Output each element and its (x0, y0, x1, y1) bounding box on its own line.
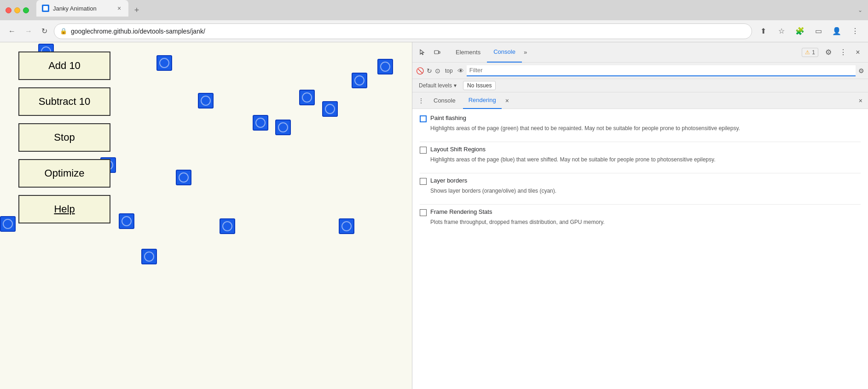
layer-borders-header: Layer borders (420, 177, 861, 185)
tab-favicon (42, 5, 49, 12)
back-button[interactable]: ← (6, 25, 18, 37)
menu-button[interactable]: ⋮ (848, 24, 862, 39)
elements-tab[interactable]: Elements (449, 42, 487, 63)
devtools-tabs: Elements Console » (449, 42, 800, 63)
title-bar: Janky Animation × + ⌄ (0, 0, 868, 20)
nav-actions: ⬆ ☆ 🧩 ▭ 👤 ⋮ (756, 24, 862, 39)
layer-borders-desc: Shows layer borders (orange/olive) and t… (430, 187, 861, 195)
blue-square (220, 218, 235, 234)
warning-badge[interactable]: ⚠ 1 (802, 48, 818, 57)
maximize-button[interactable] (23, 7, 29, 13)
more-tabs-button[interactable]: » (522, 47, 529, 57)
cast-button[interactable]: ▭ (811, 24, 826, 39)
active-tab[interactable]: Janky Animation × (36, 0, 128, 17)
layout-shift-option: Layout Shift Regions Highlights areas of… (420, 146, 861, 164)
share-button[interactable]: ⬆ (756, 24, 770, 39)
blue-square (377, 59, 393, 74)
levels-bar: Default levels ▾ No Issues (412, 79, 868, 92)
cursor-icon (419, 49, 426, 56)
settings-small-icon: ⚙ (858, 67, 864, 74)
frame-rendering-header: Frame Rendering Stats (420, 208, 861, 216)
blue-square (119, 213, 134, 229)
bookmark-button[interactable]: ☆ (774, 24, 789, 39)
layer-borders-option: Layer borders Shows layer borders (orang… (420, 177, 861, 195)
blue-square (275, 120, 291, 135)
subtract10-button[interactable]: Subtract 10 (18, 87, 110, 116)
filter-input[interactable] (467, 65, 856, 76)
tab-bar: Janky Animation × + (36, 4, 854, 17)
forward-button[interactable]: → (22, 25, 35, 37)
svg-rect-0 (434, 51, 439, 54)
console-tab[interactable]: Console (487, 42, 522, 63)
help-button[interactable]: Help (18, 195, 110, 223)
reload-button[interactable]: ↻ (39, 25, 50, 37)
frame-rendering-title: Frame Rendering Stats (430, 208, 492, 215)
console-toolbar: 🚫 ↻ ⊙ top 👁 ⚙ (412, 63, 868, 79)
new-tab-button[interactable]: + (130, 4, 143, 17)
jank-page: Add 10 Subtract 10 Stop Optimize Help (0, 42, 412, 389)
blue-square (156, 55, 172, 71)
close-button[interactable] (6, 7, 12, 13)
inspect-element-button[interactable] (416, 46, 429, 59)
tab-title: Janky Animation (53, 5, 112, 12)
nav-bar: ← → ↻ 🔒 googlechrome.github.io/devtools-… (0, 20, 868, 42)
blue-square (322, 101, 338, 117)
chevron-down-icon: ▾ (454, 82, 457, 89)
address-bar[interactable]: 🔒 googlechrome.github.io/devtools-sample… (54, 23, 752, 39)
paint-flashing-title: Paint flashing (430, 114, 466, 121)
warning-icon: ⚠ (805, 49, 810, 56)
profile-button[interactable]: 👤 (829, 24, 844, 39)
warning-count: 1 (812, 49, 815, 56)
close-drawer-button[interactable]: × (857, 95, 864, 106)
page-buttons: Add 10 Subtract 10 Stop Optimize Help (0, 42, 110, 389)
paint-flashing-desc: Highlights areas of the page (green) tha… (430, 124, 861, 132)
window-menu-button[interactable]: ⌄ (858, 7, 862, 13)
extensions-button[interactable]: 🧩 (793, 24, 807, 39)
rendering-content: Paint flashing Highlights areas of the p… (412, 109, 868, 389)
url-text: googlechrome.github.io/devtools-samples/… (71, 28, 746, 35)
device-icon (434, 49, 441, 56)
ban-icon: 🚫 (416, 67, 424, 74)
main-content: Add 10 Subtract 10 Stop Optimize Help (0, 42, 868, 389)
no-issues-button[interactable]: No Issues (463, 81, 496, 90)
stop-button[interactable]: Stop (18, 123, 110, 152)
console-drawer-tab[interactable]: Console (428, 92, 461, 109)
drawer-tabs: ⋮ Console Rendering × × (412, 92, 868, 109)
blue-square (339, 218, 354, 234)
layout-shift-header: Layout Shift Regions (420, 146, 861, 154)
blue-square (176, 170, 191, 185)
layout-shift-checkbox[interactable] (420, 147, 427, 154)
frame-rendering-checkbox[interactable] (420, 209, 427, 216)
devtools-more-button[interactable]: ⋮ (837, 46, 850, 59)
device-toolbar-button[interactable] (431, 46, 444, 59)
devtools-panel: Elements Console » ⚠ 1 ⚙ ⋮ × 🚫 ↻ ⊙ top 👁 (412, 42, 868, 389)
blue-square (253, 115, 268, 131)
layer-borders-checkbox[interactable] (420, 178, 427, 185)
blue-square (141, 249, 157, 264)
rendering-tab[interactable]: Rendering (463, 92, 502, 109)
optimize-button[interactable]: Optimize (18, 159, 110, 188)
drawer-more-button[interactable]: ⋮ (416, 95, 426, 106)
devtools-close-button[interactable]: × (851, 46, 864, 59)
frame-rendering-option: Frame Rendering Stats Plots frame throug… (420, 208, 861, 226)
layout-shift-title: Layout Shift Regions (430, 146, 486, 153)
default-levels-button[interactable]: Default levels ▾ (416, 81, 459, 90)
browser-chrome: Janky Animation × + ⌄ ← → ↻ 🔒 googlechro… (0, 0, 868, 42)
traffic-lights (6, 7, 29, 13)
top-selector[interactable]: top (443, 67, 455, 75)
paint-flashing-option: Paint flashing Highlights areas of the p… (420, 114, 861, 132)
frame-rendering-desc: Plots frame throughput, dropped frames d… (430, 218, 861, 226)
close-rendering-tab-button[interactable]: × (503, 96, 511, 105)
eye-icon: 👁 (457, 67, 464, 74)
tab-close-button[interactable]: × (116, 5, 123, 12)
paint-flashing-checkbox[interactable] (420, 115, 427, 122)
lock-icon: 🔒 (60, 28, 67, 34)
devtools-settings-button[interactable]: ⚙ (822, 46, 835, 59)
blue-square (352, 73, 367, 88)
svg-rect-1 (439, 51, 440, 53)
devtools-header: Elements Console » ⚠ 1 ⚙ ⋮ × (412, 42, 868, 63)
add10-button[interactable]: Add 10 (18, 51, 110, 80)
layer-borders-title: Layer borders (430, 177, 467, 184)
minimize-button[interactable] (14, 7, 20, 13)
paint-flashing-header: Paint flashing (420, 114, 861, 122)
